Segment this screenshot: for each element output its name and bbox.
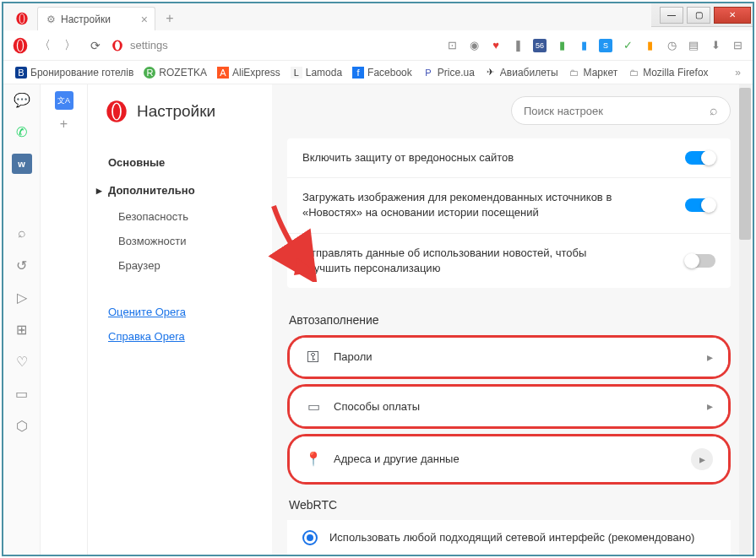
search-settings-box[interactable]: ⌕ [511, 96, 731, 125]
whatsapp-icon[interactable]: ✆ [12, 122, 32, 142]
toolbar-extensions: ⊡ ◉ ♥ ❚ 56 ▮ ▮ S ✓ ▮ ◷ ▤ ⬇ ⊟ [445, 39, 744, 52]
search-icon[interactable]: ⌕ [12, 223, 32, 243]
bookmarks-overflow-icon[interactable]: » [735, 67, 741, 79]
download-icon[interactable]: ⬇ [709, 39, 722, 52]
reload-button[interactable]: ⟳ [86, 36, 105, 55]
nav-features[interactable]: Возможности [88, 229, 272, 253]
radio-button[interactable] [302, 530, 318, 545]
autofill-label: Пароли [334, 350, 707, 363]
translate-icon[interactable]: 文A [55, 91, 73, 110]
folder-icon: 🗀 [568, 67, 580, 79]
nav-help-opera[interactable]: Справка Opera [88, 324, 272, 349]
window-close-button[interactable]: ✕ [714, 7, 751, 24]
bookmarks-icon[interactable]: ♡ [12, 351, 32, 371]
tab-title: Настройки [61, 14, 111, 25]
toggle-usage-data[interactable] [685, 254, 715, 268]
bookmark-item[interactable]: PPrice.ua [422, 67, 475, 79]
ext-icon-7[interactable]: ▮ [643, 39, 656, 52]
speed-dial-icon[interactable]: ⊞ [12, 319, 32, 339]
bookmark-item[interactable]: 🗀Mozilla Firefox [628, 67, 708, 79]
bookmark-label: Facebook [367, 67, 412, 79]
sidebar-strip: 💬 ✆ w ⌕ ↺ ▷ ⊞ ♡ ▭ ⬡ [3, 84, 41, 555]
messenger-icon[interactable]: 💬 [12, 89, 32, 110]
bookmark-item[interactable]: 🗀Маркет [568, 67, 618, 79]
bookmark-item[interactable]: fFacebook [352, 67, 412, 79]
ext-icon-8[interactable]: ◷ [665, 39, 678, 52]
nav-advanced[interactable]: Дополнительно [88, 176, 272, 204]
chevron-right-icon: ▸ [691, 448, 713, 470]
minimize-button[interactable]: — [660, 7, 683, 24]
send-icon[interactable]: ▷ [12, 287, 32, 307]
nav-browser[interactable]: Браузер [88, 253, 272, 278]
svg-point-7 [115, 41, 120, 50]
personal-news-icon[interactable]: ▭ [12, 383, 32, 404]
heart-icon[interactable]: ♥ [489, 39, 503, 52]
window-controls: — ▢ ✕ [651, 3, 753, 27]
search-input[interactable] [524, 105, 703, 117]
ext-badge-1[interactable]: 56 [533, 39, 547, 52]
opera-logo-icon [105, 100, 128, 123]
bookmark-label: Price.ua [438, 67, 475, 79]
nav-rate-opera[interactable]: Оцените Opera [88, 300, 272, 324]
toggle-news-images[interactable] [685, 198, 715, 212]
key-icon: ⚿ [305, 349, 322, 365]
address-bar: 〈 〉 ⟳ settings ⊡ ◉ ♥ ❚ 56 ▮ ▮ S ✓ ▮ ◷ ▤ … [3, 30, 753, 61]
ext-icon-3[interactable]: ❚ [511, 39, 525, 52]
page-title: Настройки [137, 102, 215, 121]
privacy-section: Включить защиту от вредоносных сайтов За… [287, 138, 731, 288]
bookmark-icon: A [217, 67, 229, 79]
bookmark-icon: R [144, 67, 155, 79]
easy-setup-icon[interactable]: ⊟ [731, 39, 744, 52]
back-button[interactable]: 〈 [35, 36, 54, 55]
bookmark-item[interactable]: AAliExpress [217, 67, 280, 79]
settings-navigation: Настройки Основные Дополнительно Безопас… [88, 84, 272, 555]
add-workspace-button[interactable]: + [55, 115, 73, 133]
bookmark-label: Lamoda [306, 67, 342, 79]
address-field[interactable]: settings [111, 39, 438, 51]
nav-basic[interactable]: Основные [88, 149, 272, 176]
history-icon[interactable]: ↺ [12, 255, 32, 275]
autofill-passwords[interactable]: ⚿ Пароли ▸ [290, 338, 728, 377]
toggle-malware-protection[interactable] [685, 151, 715, 165]
section-title-webrtc: WebRTC [287, 490, 731, 520]
chevron-right-icon: ▸ [707, 399, 713, 413]
ext-icon-6[interactable]: ✓ [621, 39, 634, 52]
ext-icon-9[interactable]: ▤ [687, 39, 700, 52]
tab-settings[interactable]: ⚙ Настройки × [37, 7, 155, 30]
autofill-payment[interactable]: ▭ Способы оплаты ▸ [290, 387, 728, 426]
ext-icon-2[interactable]: ◉ [467, 39, 481, 52]
settings-content: ⌕ Включить защиту от вредоносных сайтов … [272, 84, 753, 555]
site-identity-icon [111, 40, 123, 51]
bookmark-label: ROZETKA [159, 67, 207, 79]
nav-security[interactable]: Безопасность [88, 204, 272, 229]
tab-close-icon[interactable]: × [141, 13, 148, 26]
webrtc-section: Использовать любой подходящий сетевой ин… [287, 520, 731, 555]
vk-icon[interactable]: w [12, 154, 32, 174]
bookmark-item[interactable]: RROZETKA [144, 67, 207, 79]
opera-logo-icon [15, 12, 29, 25]
new-tab-button[interactable]: + [160, 9, 179, 28]
opera-menu-icon[interactable] [12, 37, 29, 54]
bookmark-item[interactable]: LLamoda [291, 67, 342, 79]
highlight-payment: ▭ Способы оплаты ▸ [287, 384, 731, 429]
autofill-label: Адреса и другие данные [334, 452, 691, 465]
bookmark-label: Бронирование готелів [30, 67, 133, 79]
bookmark-label: Маркет [584, 67, 618, 79]
webrtc-option-1[interactable]: Использовать любой подходящий сетевой ин… [287, 520, 731, 555]
bookmark-item[interactable]: ✈Авиабилеты [485, 67, 558, 79]
setting-news-images: Загружать изображения для рекомендованны… [287, 178, 731, 233]
maximize-button[interactable]: ▢ [687, 7, 710, 24]
bookmark-icon: B [15, 67, 27, 79]
ext-badge-2[interactable]: S [599, 39, 612, 52]
autofill-label: Способы оплаты [334, 400, 707, 413]
setting-malware-protection: Включить защиту от вредоносных сайтов [287, 138, 731, 178]
extensions-icon[interactable]: ⬡ [12, 415, 32, 436]
ext-icon-1[interactable]: ⊡ [445, 39, 459, 52]
autofill-addresses[interactable]: 📍 Адреса и другие данные ▸ [290, 436, 728, 482]
ext-icon-5[interactable]: ▮ [577, 39, 590, 52]
bookmark-item[interactable]: BБронирование готелів [15, 67, 133, 79]
forward-button[interactable]: 〉 [61, 36, 79, 55]
scrollbar-thumb[interactable] [739, 88, 751, 240]
ext-icon-4[interactable]: ▮ [555, 39, 568, 52]
bookmark-icon: L [291, 67, 302, 79]
